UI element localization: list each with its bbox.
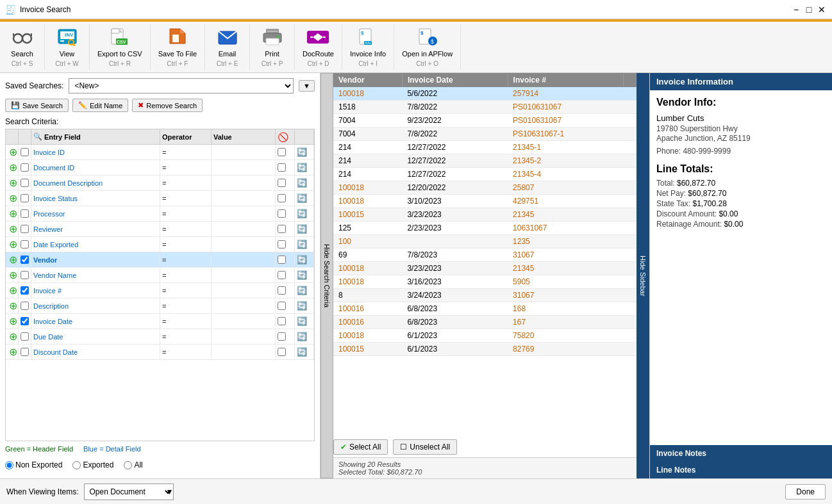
refresh-description[interactable]: 🔄	[295, 298, 314, 313]
save-search-button[interactable]: 💾 Save Search	[5, 99, 69, 112]
table-row[interactable]: 83/24/202331067	[333, 289, 636, 302]
checkbox-reviewer[interactable]	[21, 225, 29, 233]
input-vendor-name[interactable]	[213, 272, 273, 279]
input-date-exported[interactable]	[213, 241, 273, 248]
checkbox-discount-date[interactable]	[21, 348, 29, 356]
input-processor[interactable]	[213, 210, 273, 218]
check-date-exported[interactable]	[19, 237, 31, 252]
add-btn-doc-desc[interactable]: ⊕	[6, 175, 19, 190]
flag-cb-description[interactable]	[278, 302, 286, 310]
toolbar-view[interactable]: INV View Ctrl + W	[45, 24, 90, 70]
dropdown-arrow-btn[interactable]: ▼	[299, 80, 315, 92]
close-button[interactable]: ✕	[817, 4, 827, 15]
flag-description[interactable]	[276, 298, 295, 313]
open-doc-select[interactable]: Open Document Open Line Items Open Both	[84, 484, 174, 500]
add-btn-description[interactable]: ⊕	[6, 298, 19, 313]
input-reviewer[interactable]	[213, 225, 273, 233]
minimize-button[interactable]: −	[791, 4, 801, 15]
flag-cb-doc-desc[interactable]	[278, 179, 286, 187]
flag-date-exported[interactable]	[276, 237, 295, 252]
refresh-doc-desc[interactable]: 🔄	[295, 175, 314, 190]
hide-criteria-button[interactable]: Hide Search Criteria	[320, 73, 333, 478]
checkbox-inv-status[interactable]	[21, 194, 29, 202]
refresh-discount-date[interactable]: 🔄	[295, 345, 314, 359]
flag-reviewer[interactable]	[276, 222, 295, 236]
toolbar-export-csv[interactable]: CSV Export to CSV Ctrl + R	[90, 24, 151, 70]
check-invoice-id[interactable]	[19, 145, 31, 159]
check-due-date[interactable]	[19, 329, 31, 344]
toolbar-print[interactable]: Print Ctrl + P	[250, 24, 295, 70]
add-btn-vendor[interactable]: ⊕	[6, 252, 19, 267]
checkbox-invoice-id[interactable]	[21, 148, 29, 156]
input-discount-date[interactable]	[213, 348, 273, 356]
add-btn-invoice-num[interactable]: ⊕	[6, 283, 19, 298]
add-btn-inv-status[interactable]: ⊕	[6, 191, 19, 206]
flag-cb-due-date[interactable]	[278, 332, 286, 341]
check-description[interactable]	[19, 298, 31, 313]
refresh-date-exported[interactable]: 🔄	[295, 237, 314, 252]
table-row[interactable]: 1000185/6/2022257914	[333, 87, 636, 101]
val-invoice-date[interactable]	[212, 314, 276, 329]
input-invoice-date[interactable]	[213, 318, 273, 325]
radio-exported-input[interactable]	[72, 461, 81, 469]
flag-cb-discount-date[interactable]	[278, 348, 286, 356]
val-processor[interactable]	[212, 206, 276, 221]
refresh-document-id[interactable]: 🔄	[295, 160, 314, 175]
add-btn-invoice-date[interactable]: ⊕	[6, 314, 19, 329]
check-vendor[interactable]	[19, 252, 31, 267]
check-document-id[interactable]	[19, 160, 31, 175]
checkbox-document-id[interactable]	[21, 163, 29, 172]
done-button[interactable]: Done	[785, 484, 826, 500]
val-invoice-num[interactable]	[212, 283, 276, 298]
val-due-date[interactable]	[212, 329, 276, 344]
flag-due-date[interactable]	[276, 329, 295, 344]
checkbox-vendor-name[interactable]	[21, 271, 29, 279]
check-discount-date[interactable]	[19, 345, 31, 359]
radio-all-input[interactable]	[124, 461, 132, 469]
input-doc-desc[interactable]	[213, 179, 273, 187]
refresh-vendor[interactable]: 🔄	[295, 252, 314, 267]
table-row[interactable]: 1000166/8/2023168	[333, 302, 636, 316]
input-inv-status[interactable]	[213, 195, 273, 202]
val-document-id[interactable]	[212, 160, 276, 175]
checkbox-date-exported[interactable]	[21, 240, 29, 248]
input-vendor[interactable]	[213, 256, 273, 264]
toolbar-invoice-info[interactable]: $ INV Invoice Info Ctrl + I	[342, 24, 394, 70]
add-btn-invoice-id[interactable]: ⊕	[6, 145, 19, 159]
checkbox-description[interactable]	[21, 302, 29, 310]
saved-searches-select[interactable]: <New>	[69, 78, 294, 93]
radio-all[interactable]: All	[124, 460, 142, 469]
flag-cb-inv-status[interactable]	[278, 194, 286, 202]
refresh-inv-status[interactable]: 🔄	[295, 191, 314, 206]
toolbar-docroute[interactable]: DocRoute Ctrl + D	[295, 24, 342, 70]
unselect-all-button[interactable]: ☐ Unselect All	[393, 439, 457, 455]
checkbox-processor[interactable]	[21, 209, 29, 218]
toolbar-save-file[interactable]: Save To File Ctrl + F	[151, 24, 205, 70]
table-row[interactable]: 1000166/8/2023167	[333, 316, 636, 329]
table-row[interactable]: 1000183/10/2023429751	[333, 195, 636, 208]
flag-inv-status[interactable]	[276, 191, 295, 206]
flag-cb-processor[interactable]	[278, 209, 286, 218]
add-btn-date-exported[interactable]: ⊕	[6, 237, 19, 252]
col-header-invoice[interactable]: Invoice #	[508, 73, 623, 87]
val-invoice-id[interactable]	[212, 145, 276, 159]
flag-cb-invoice-num[interactable]	[278, 286, 286, 295]
remove-search-button[interactable]: ✖ Remove Search	[132, 99, 203, 112]
add-btn-vendor-name[interactable]: ⊕	[6, 268, 19, 282]
add-btn-document-id[interactable]: ⊕	[6, 160, 19, 175]
table-row[interactable]: 1000183/16/20235905	[333, 275, 636, 289]
flag-cb-document-id[interactable]	[278, 163, 286, 172]
refresh-invoice-num[interactable]: 🔄	[295, 283, 314, 298]
flag-cb-reviewer[interactable]	[278, 225, 286, 233]
refresh-invoice-id[interactable]: 🔄	[295, 145, 314, 159]
radio-non-exported[interactable]: Non Exported	[5, 460, 62, 469]
refresh-reviewer[interactable]: 🔄	[295, 222, 314, 236]
add-btn-processor[interactable]: ⊕	[6, 206, 19, 221]
add-btn-discount-date[interactable]: ⊕	[6, 345, 19, 359]
col-header-vendor[interactable]: Vendor	[333, 73, 402, 87]
flag-vendor[interactable]	[276, 252, 295, 267]
checkbox-vendor[interactable]	[21, 256, 29, 264]
flag-document-id[interactable]	[276, 160, 295, 175]
val-reviewer[interactable]	[212, 222, 276, 236]
table-row[interactable]: 10001812/20/202225807	[333, 181, 636, 195]
